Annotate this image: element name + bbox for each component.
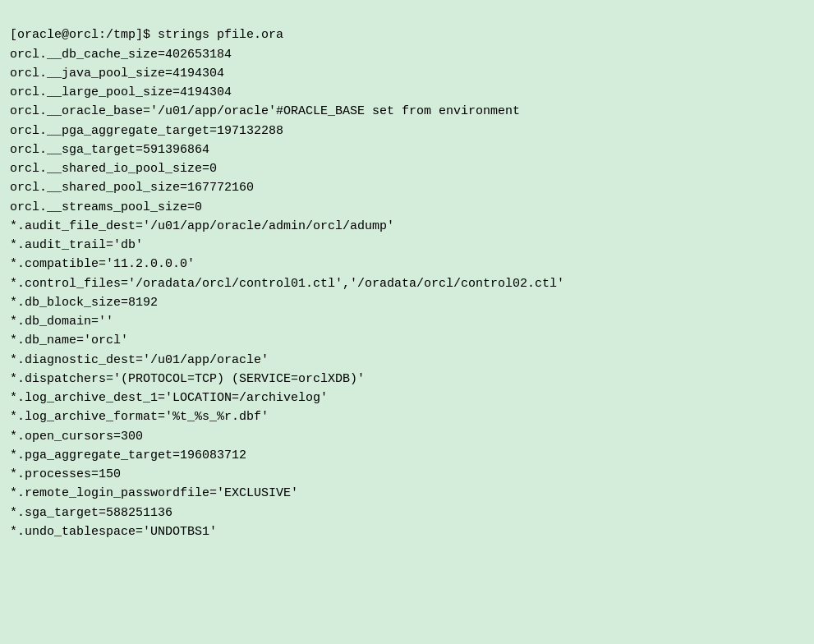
terminal-line: *.pga_aggregate_target=196083712: [10, 446, 804, 465]
terminal-line: orcl.__pga_aggregate_target=197132288: [10, 122, 804, 140]
terminal-line: *.log_archive_dest_1='LOCATION=/archivel…: [10, 389, 804, 407]
terminal-line: *.db_block_size=8192: [10, 293, 804, 312]
terminal-line: *.diagnostic_dest='/u01/app/oracle': [10, 351, 804, 370]
terminal-line: *.db_domain='': [10, 312, 804, 331]
terminal-line: orcl.__oracle_base='/u01/app/oracle'#ORA…: [10, 102, 804, 121]
terminal-line: [oracle@orcl:/tmp]$ strings pfile.ora: [10, 25, 804, 44]
terminal-line: *.open_cursors=300: [10, 427, 804, 446]
terminal-line: orcl.__large_pool_size=4194304: [10, 83, 804, 102]
terminal-line: *.processes=150: [10, 465, 804, 484]
terminal-line: *.sga_target=588251136: [10, 504, 804, 522]
terminal-line: *.undo_tablespace='UNDOTBS1': [10, 522, 804, 541]
terminal-line: orcl.__db_cache_size=402653184: [10, 45, 804, 64]
terminal-line: *.log_archive_format='%t_%s_%r.dbf': [10, 407, 804, 426]
terminal-line: *.compatible='11.2.0.0.0': [10, 255, 804, 274]
terminal-line: orcl.__streams_pool_size=0: [10, 198, 804, 217]
terminal-line: *.audit_trail='db': [10, 236, 804, 255]
terminal-line: orcl.__java_pool_size=4194304: [10, 64, 804, 83]
terminal-line: orcl.__shared_io_pool_size=0: [10, 159, 804, 178]
terminal-line: orcl.__sga_target=591396864: [10, 140, 804, 159]
terminal-line: *.dispatchers='(PROTOCOL=TCP) (SERVICE=o…: [10, 370, 804, 389]
terminal-line: *.audit_file_dest='/u01/app/oracle/admin…: [10, 217, 804, 236]
terminal-line: *.remote_login_passwordfile='EXCLUSIVE': [10, 484, 804, 503]
terminal-output: [oracle@orcl:/tmp]$ strings pfile.oraorc…: [10, 7, 804, 541]
terminal-line: *.db_name='orcl': [10, 331, 804, 350]
terminal-line: orcl.__shared_pool_size=167772160: [10, 178, 804, 197]
terminal-line: *.control_files='/oradata/orcl/control01…: [10, 274, 804, 293]
